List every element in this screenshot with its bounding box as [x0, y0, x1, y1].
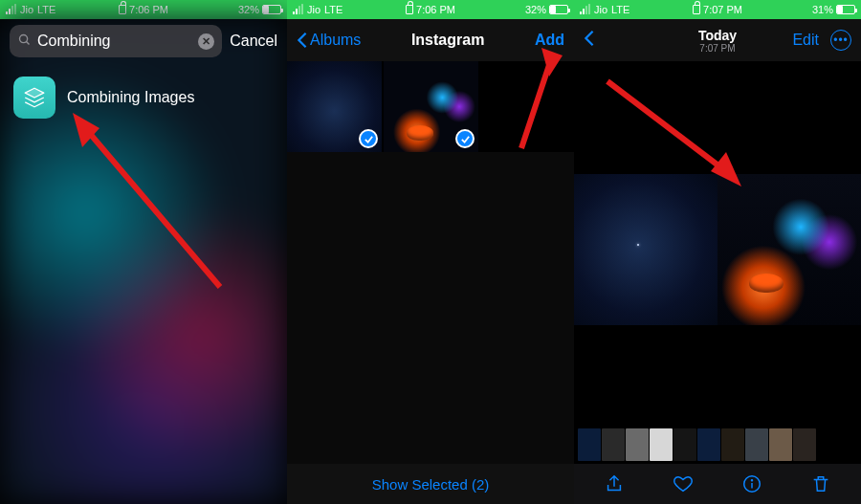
clear-icon[interactable]: ✕ [198, 33, 214, 50]
signal-icon [6, 6, 16, 14]
clock-label: 7:06 PM [416, 4, 455, 15]
filmstrip-thumb[interactable] [745, 428, 768, 461]
result-title: Combining Images [67, 89, 194, 106]
battery-pct: 32% [238, 4, 259, 15]
signal-icon [580, 6, 590, 14]
heart-icon[interactable] [671, 471, 695, 496]
search-input[interactable]: Combining ✕ [10, 25, 222, 57]
network-label: LTE [324, 4, 342, 15]
battery-icon [836, 5, 855, 14]
lock-icon [406, 5, 413, 14]
battery-icon [262, 5, 281, 14]
filmstrip-thumb[interactable] [650, 428, 673, 461]
carrier-label: Jio [20, 4, 33, 15]
nav-title: Today [698, 28, 737, 43]
show-selected-button[interactable]: Show Selected (2) [372, 476, 490, 493]
battery-icon [549, 5, 568, 14]
photo-thumb[interactable] [384, 61, 478, 152]
screenshot-photo-detail: Jio LTE 7:07 PM 31% Today 7:07 PM Edit [574, 0, 861, 504]
search-query: Combining [37, 33, 192, 50]
nav-title: Instagram [411, 32, 484, 49]
checkmark-icon [359, 129, 378, 148]
nav-subtitle: 7:07 PM [698, 43, 737, 54]
nav-bar: Today 7:07 PM Edit ••• [574, 19, 861, 61]
photo-right-half [718, 174, 861, 325]
back-label: Albums [310, 32, 361, 49]
footer-bar: Show Selected (2) [287, 464, 574, 504]
back-button[interactable] [584, 30, 595, 51]
status-bar: Jio LTE 7:06 PM 32% [0, 0, 287, 19]
filmstrip-thumb[interactable] [602, 428, 625, 461]
nav-bar: Albums Instagram Add [287, 19, 574, 61]
search-icon [17, 33, 32, 50]
filmstrip-thumb[interactable] [793, 428, 816, 461]
photo-grid [287, 61, 574, 152]
filmstrip-thumb[interactable] [721, 428, 744, 461]
trash-icon[interactable] [808, 471, 833, 496]
svg-point-8 [751, 480, 752, 481]
back-button[interactable]: Albums [297, 32, 361, 49]
filmstrip-thumb[interactable] [578, 428, 601, 461]
svg-point-0 [20, 35, 28, 43]
photo-thumb[interactable] [287, 61, 382, 152]
lock-icon [119, 5, 126, 14]
checkmark-icon [455, 129, 475, 148]
status-bar: Jio LTE 7:07 PM 31% [574, 0, 861, 19]
carrier-label: Jio [594, 4, 607, 15]
screenshot-album-select: Jio LTE 7:06 PM 32% Albums Instagram Add [287, 0, 574, 504]
search-result-row[interactable]: Combining Images [0, 63, 287, 132]
status-bar: Jio LTE 7:06 PM 32% [287, 0, 574, 19]
clock-label: 7:07 PM [703, 4, 742, 15]
signal-icon [293, 6, 303, 14]
layers-icon [13, 77, 55, 119]
cancel-button[interactable]: Cancel [230, 33, 277, 50]
edit-button[interactable]: Edit [792, 32, 819, 49]
combined-photo[interactable] [574, 174, 861, 325]
filmstrip-thumb[interactable] [673, 428, 696, 461]
clock-label: 7:06 PM [129, 4, 168, 15]
network-label: LTE [611, 4, 629, 15]
toolbar [574, 464, 861, 504]
battery-pct: 32% [525, 4, 546, 15]
battery-pct: 31% [812, 4, 833, 15]
filmstrip-thumb[interactable] [697, 428, 720, 461]
filmstrip[interactable] [574, 426, 861, 464]
network-label: LTE [37, 4, 55, 15]
info-icon[interactable] [740, 471, 764, 496]
filmstrip-thumb[interactable] [626, 428, 649, 461]
lock-icon [693, 5, 700, 14]
screenshot-search: Jio LTE 7:06 PM 32% Combining ✕ Cancel [0, 0, 287, 504]
more-icon[interactable]: ••• [830, 30, 851, 51]
add-button[interactable]: Add [535, 32, 564, 49]
photo-left-half [574, 174, 718, 325]
svg-line-9 [607, 81, 727, 172]
carrier-label: Jio [307, 4, 320, 15]
share-icon[interactable] [602, 471, 627, 496]
filmstrip-thumb[interactable] [769, 428, 792, 461]
svg-line-1 [27, 42, 30, 45]
